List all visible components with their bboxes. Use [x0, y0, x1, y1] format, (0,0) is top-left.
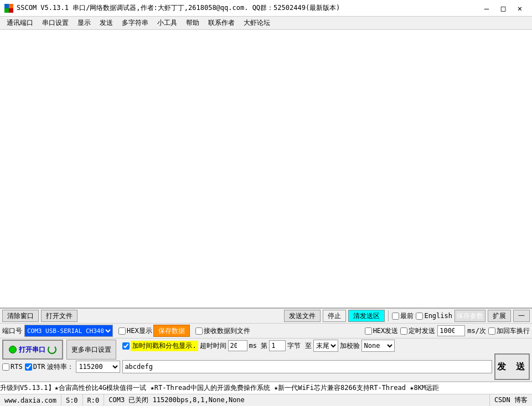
led-indicator: [9, 346, 17, 353]
last-label: 最前: [400, 311, 414, 321]
toolbar-row2: 端口号 COM3 USB-SERIAL CH340 HEX显示 保存数据 接收数…: [0, 324, 532, 339]
timestamp-text: 加时间戳和分包显示.: [131, 341, 198, 351]
receive-to-file-text: 接收数据到文件: [204, 326, 250, 336]
hex-send-checkbox[interactable]: [365, 327, 372, 335]
newline-text: 加回车换行: [497, 326, 530, 336]
timestamp-checkbox[interactable]: [122, 342, 130, 350]
newline-checkbox[interactable]: [488, 327, 495, 335]
byte-start-input[interactable]: [269, 340, 286, 351]
menu-send[interactable]: 发送: [95, 17, 117, 29]
menu-contact[interactable]: 联系作者: [204, 17, 239, 29]
byte-label: 字节 至: [287, 341, 311, 351]
rts-label[interactable]: RTS: [2, 363, 23, 371]
timed-unit-label: ms/次: [467, 326, 486, 336]
timeout-label: 超时时间: [200, 341, 226, 351]
main-area: 清除窗口 打开文件 发送文件 停止 清发送区 最前 English 保存参数 扩…: [0, 30, 532, 394]
data-display-area[interactable]: [0, 30, 532, 308]
svg-rect-1: [9, 4, 13, 8]
menu-help[interactable]: 帮助: [182, 17, 204, 29]
app-icon: [4, 4, 13, 13]
minimize-button[interactable]: —: [479, 2, 494, 14]
marquee-text: 升级到V5.13.1】★合宙高性价比4G模块值得一试 ★RT-Thread中国人…: [0, 383, 439, 393]
dtr-text: DTR: [33, 363, 45, 371]
hex-display-checkbox[interactable]: [118, 327, 126, 335]
hex-display-label[interactable]: HEX显示: [118, 326, 152, 336]
receive-to-file-label[interactable]: 接收数据到文件: [195, 326, 250, 336]
collapse-button[interactable]: 一: [513, 310, 530, 322]
menu-forum[interactable]: 大虾论坛: [239, 17, 275, 29]
more-port-button[interactable]: 更多串口设置: [66, 340, 116, 360]
status-website[interactable]: www.daxia.com: [0, 394, 61, 406]
dtr-checkbox[interactable]: [25, 363, 32, 371]
timed-send-checkbox[interactable]: [400, 327, 407, 335]
menu-multistring[interactable]: 多字符串: [117, 17, 153, 29]
english-label: English: [424, 312, 452, 320]
rts-checkbox[interactable]: [2, 363, 9, 371]
status-csdn[interactable]: CSDN 博客: [490, 394, 532, 406]
dtr-label[interactable]: DTR: [25, 363, 45, 371]
toolbar-row1: 清除窗口 打开文件 发送文件 停止 清发送区 最前 English 保存参数 扩…: [0, 309, 532, 324]
left-controls: 打开串口 更多串口设置 RTS DTR 波特率：: [2, 340, 120, 380]
checksum-select[interactable]: None CRC16 Sum: [361, 340, 395, 352]
menu-bar: 通讯端口 串口设置 显示 发送 多字符串 小工具 帮助 联系作者 大虾论坛: [0, 17, 532, 30]
rts-text: RTS: [11, 363, 23, 371]
svg-rect-3: [9, 8, 13, 13]
status-port: COM3 已关闭 115200bps,8,1,None,None: [104, 394, 490, 406]
last-checkbox-label[interactable]: 最前: [392, 311, 414, 321]
baud-label: 波特率：: [47, 362, 74, 372]
maximize-button[interactable]: □: [495, 2, 511, 14]
status-s0: S:0: [61, 394, 83, 406]
open-port-label: 打开串口: [19, 345, 45, 355]
expand-button[interactable]: 扩展: [488, 310, 511, 322]
timeout-unit: ms 第: [249, 341, 268, 351]
send-button-label: 发 送: [497, 361, 527, 372]
save-data-button[interactable]: 保存数据: [153, 325, 190, 337]
save-params-button[interactable]: 保存参数: [454, 310, 485, 322]
menu-display[interactable]: 显示: [73, 17, 95, 29]
port-select[interactable]: COM3 USB-SERIAL CH340: [24, 325, 113, 337]
send-input-row: abcdefg 发 送: [122, 353, 530, 380]
status-r0: R:0: [83, 394, 105, 406]
timestamp-label[interactable]: 加时间戳和分包显示.: [122, 341, 198, 351]
newline-label[interactable]: 加回车换行: [488, 326, 530, 336]
menu-serial-settings[interactable]: 串口设置: [38, 17, 73, 29]
timed-interval-input[interactable]: 1000: [437, 325, 465, 336]
timed-send-label[interactable]: 定时发送: [400, 326, 435, 336]
toolbar-row3-outer: 打开串口 更多串口设置 RTS DTR 波特率：: [0, 339, 532, 382]
send-area: 加时间戳和分包显示. 超时时间 ms 第 字节 至 末尾 加校验 None CR…: [122, 340, 530, 380]
window-controls: — □ ✕: [479, 2, 528, 14]
last-checkbox[interactable]: [392, 313, 399, 320]
hex-display-text: HEX显示: [127, 326, 152, 336]
open-file-button[interactable]: 打开文件: [41, 310, 78, 322]
byte-end-select[interactable]: 末尾: [313, 340, 338, 352]
clear-send-button[interactable]: 清发送区: [348, 310, 385, 322]
hex-send-label[interactable]: HEX发送: [365, 326, 399, 336]
stop-button[interactable]: 停止: [323, 310, 346, 322]
timeout-row: 加时间戳和分包显示. 超时时间 ms 第 字节 至 末尾 加校验 None CR…: [122, 340, 530, 352]
port-label: 端口号: [2, 326, 22, 336]
receive-to-file-checkbox[interactable]: [195, 327, 203, 335]
svg-rect-0: [4, 4, 9, 8]
send-file-button[interactable]: 发送文件: [284, 310, 321, 322]
menu-tools[interactable]: 小工具: [153, 17, 182, 29]
send-button[interactable]: 发 送: [494, 353, 530, 380]
timeout-input[interactable]: [228, 340, 247, 351]
baud-select[interactable]: 115200 9600 19200 38400 57600 230400: [76, 361, 120, 373]
baud-row: RTS DTR 波特率： 115200 9600 19200 38400 576…: [2, 361, 120, 373]
refresh-icon: [48, 345, 56, 354]
hex-send-text: HEX发送: [373, 326, 399, 336]
timed-send-text: 定时发送: [409, 326, 435, 336]
status-bar: www.daxia.com S:0 R:0 COM3 已关闭 115200bps…: [0, 394, 532, 406]
send-input[interactable]: abcdefg: [122, 360, 492, 373]
title-bar: SSCOM V5.13.1 串口/网络数据调试器,作者:大虾丁丁,2618058…: [0, 0, 532, 17]
menu-comm-port[interactable]: 通讯端口: [2, 17, 38, 29]
bottom-panel: 清除窗口 打开文件 发送文件 停止 清发送区 最前 English 保存参数 扩…: [0, 308, 532, 394]
app-title: SSCOM V5.13.1 串口/网络数据调试器,作者:大虾丁丁,2618058…: [17, 3, 479, 13]
clear-window-button[interactable]: 清除窗口: [2, 310, 39, 322]
english-checkbox[interactable]: [416, 313, 423, 320]
open-port-button[interactable]: 打开串口: [2, 340, 63, 360]
english-checkbox-label[interactable]: English: [416, 312, 452, 320]
close-button[interactable]: ✕: [512, 2, 528, 14]
marquee-bar: 升级到V5.13.1】★合宙高性价比4G模块值得一试 ★RT-Thread中国人…: [0, 382, 532, 394]
checksum-label: 加校验: [340, 341, 360, 351]
